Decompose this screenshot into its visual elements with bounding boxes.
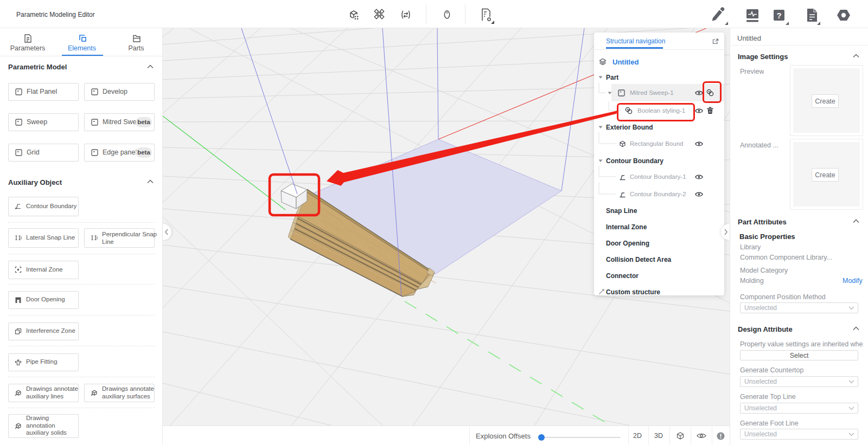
svg-text:?: ?: [776, 11, 781, 20]
